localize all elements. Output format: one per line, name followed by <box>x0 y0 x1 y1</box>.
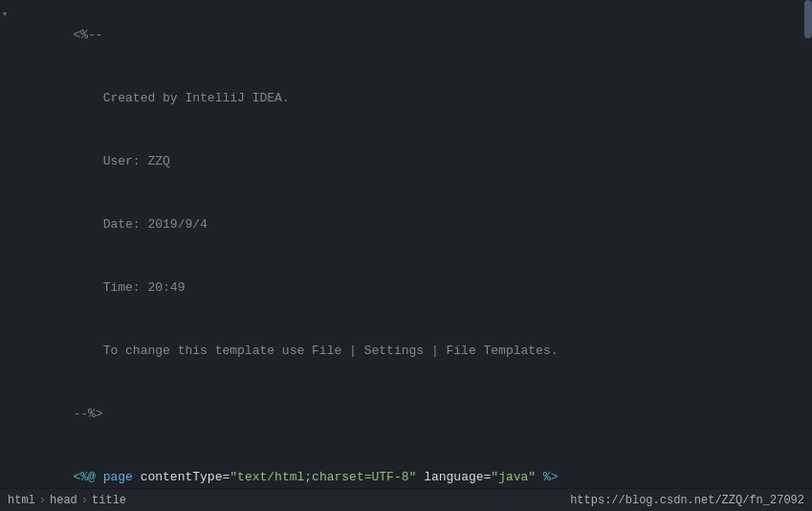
token: page <box>103 470 133 484</box>
scrollbar[interactable] <box>802 0 812 488</box>
code-line-5: Time: 20:49 <box>0 256 812 320</box>
token: <%-- <box>73 28 102 42</box>
breadcrumb-title[interactable]: title <box>92 494 126 507</box>
code-line-2: Created by IntelliJ IDEA. <box>0 67 812 130</box>
token: "text/html;charset=UTF-8" <box>230 470 416 484</box>
token: language= <box>416 470 491 484</box>
breadcrumb: html › head › title <box>8 494 126 507</box>
token: Date: 2019/9/4 <box>73 217 207 232</box>
breadcrumb-html[interactable]: html <box>8 494 35 507</box>
code-line-1: ▾ <%-- <box>0 4 812 67</box>
code-line-7: --%> <box>0 383 812 446</box>
token: %> <box>536 470 558 484</box>
token: User: ZZQ <box>73 154 169 168</box>
token: <%@ <box>73 470 102 484</box>
editor-area: ▾ <%-- Created by IntelliJ IDEA. User: Z… <box>0 0 812 488</box>
code-line-6: To change this template use File | Setti… <box>0 320 812 383</box>
scrollbar-thumb[interactable] <box>804 0 812 38</box>
status-bar: html › head › title https://blog.csdn.ne… <box>0 488 812 511</box>
token: To change this template use File | Setti… <box>73 344 558 358</box>
breadcrumb-sep-1: › <box>39 494 46 507</box>
token: Created by IntelliJ IDEA. <box>73 91 289 105</box>
token: "java" <box>491 470 536 484</box>
status-url: https://blog.csdn.net/ZZQ/fn_27092 <box>570 494 804 507</box>
code-line-3: User: ZZQ <box>0 130 812 193</box>
breadcrumb-head[interactable]: head <box>50 494 77 507</box>
code-line-8: <%@ page contentType="text/html;charset=… <box>0 446 812 488</box>
code-line-4: Date: 2019/9/4 <box>0 193 812 256</box>
token: contentType= <box>133 470 230 484</box>
breadcrumb-sep-2: › <box>81 494 88 507</box>
code-lines: ▾ <%-- Created by IntelliJ IDEA. User: Z… <box>0 0 812 488</box>
token: Time: 20:49 <box>73 280 185 295</box>
token: --%> <box>73 407 102 421</box>
fold-1[interactable]: ▾ <box>0 4 10 25</box>
